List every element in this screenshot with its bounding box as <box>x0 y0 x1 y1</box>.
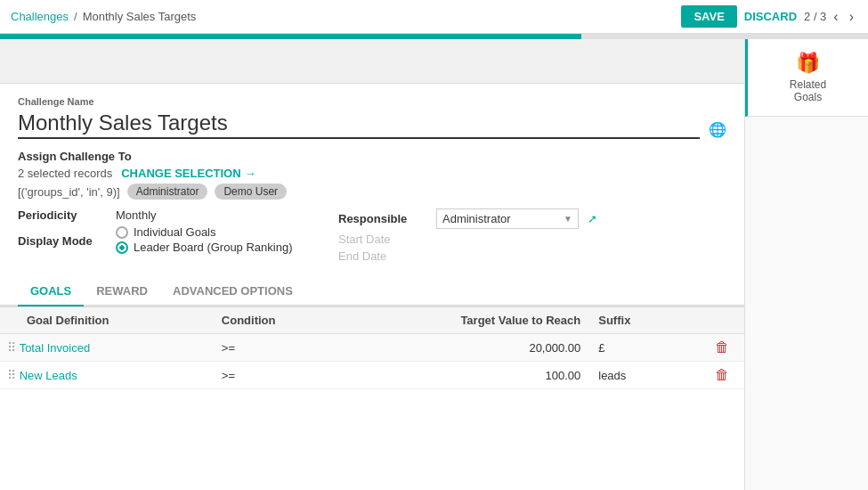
sidebar: 🎁 RelatedGoals <box>744 39 868 490</box>
next-arrow[interactable]: › <box>846 7 857 27</box>
layout: Challenge Name Monthly Sales Targets 🌐 A… <box>0 39 868 490</box>
right-fields: Responsible Administrator ▼ ➚ Start Date… <box>338 208 605 266</box>
col-header-goal-definition: Goal Definition <box>0 307 213 334</box>
responsible-label: Responsible <box>338 212 427 225</box>
goal-name-link[interactable]: New Leads <box>20 369 77 382</box>
pagination: 2 / 3 ‹ › <box>804 7 857 27</box>
prev-arrow[interactable]: ‹ <box>830 7 841 27</box>
periodicity-value: Monthly <box>116 208 157 222</box>
radio-individual[interactable]: Individual Goals <box>116 225 293 239</box>
top-bar-left: Challenges / Monthly Sales Targets <box>11 10 196 23</box>
gift-icon: 🎁 <box>796 52 820 75</box>
responsible-select[interactable]: Administrator ▼ <box>436 208 579 229</box>
condition-value: >= <box>222 369 235 382</box>
goal-drag-cell: ⠿ Total Invoiced <box>0 334 213 362</box>
goals-table: Goal Definition Condition Target Value t… <box>0 306 744 389</box>
dropdown-arrow-icon: ▼ <box>564 214 572 224</box>
delete-row-icon[interactable]: 🗑 <box>715 367 729 382</box>
save-button[interactable]: SAVE <box>681 5 736 28</box>
main-content: Challenge Name Monthly Sales Targets 🌐 A… <box>0 39 744 490</box>
responsible-row: Responsible Administrator ▼ ➚ <box>338 208 605 229</box>
form-area: Challenge Name Monthly Sales Targets 🌐 A… <box>0 84 744 266</box>
start-date-row: Start Date <box>338 233 605 246</box>
gray-band <box>0 39 744 84</box>
start-date-label[interactable]: Start Date <box>338 233 391 246</box>
challenge-name-input[interactable]: Monthly Sales Targets <box>18 109 700 139</box>
periodicity-label: Periodicity <box>18 208 107 222</box>
tab-reward[interactable]: REWARD <box>84 277 160 306</box>
condition-cell: >= <box>213 334 300 362</box>
assign-label: Assign Challenge To <box>18 150 726 163</box>
col-header-condition: Condition <box>213 307 300 334</box>
goal-drag-cell: ⠿ New Leads <box>0 362 213 389</box>
target-value: 100.00 <box>545 369 580 382</box>
radio-group: Individual Goals Leader Board (Group Ran… <box>116 225 293 256</box>
left-fields: Periodicity Monthly Display Mode Individ… <box>18 208 303 266</box>
display-mode-row: Display Mode Individual Goals Leader Boa… <box>18 225 303 256</box>
sidebar-item-related-goals[interactable]: 🎁 RelatedGoals <box>745 39 868 117</box>
suffix-value: £ <box>598 341 604 355</box>
discard-button[interactable]: DISCARD <box>744 10 797 23</box>
goals-table-wrap: Goal Definition Condition Target Value t… <box>0 306 744 389</box>
suffix-cell: leads <box>589 362 705 389</box>
breadcrumb-parent-link[interactable]: Challenges <box>11 10 69 23</box>
radio-leaderboard[interactable]: Leader Board (Group Ranking) <box>116 241 293 254</box>
breadcrumb-current: Monthly Sales Targets <box>83 10 197 23</box>
target-cell: 100.00 <box>300 362 590 389</box>
top-actions: SAVE DISCARD 2 / 3 ‹ › <box>681 5 857 28</box>
domain-filter-text: [('groups_id', 'in', 9)] <box>18 185 120 199</box>
delete-cell: 🗑 <box>706 362 744 389</box>
tag-demo-user: Demo User <box>215 184 287 200</box>
breadcrumb: Challenges / Monthly Sales Targets <box>11 10 196 23</box>
tab-advanced-options[interactable]: ADVANCED OPTIONS <box>160 277 305 306</box>
globe-icon: 🌐 <box>709 121 726 138</box>
responsible-value: Administrator <box>442 212 560 225</box>
tag-administrator: Administrator <box>127 184 208 200</box>
selected-count: 2 selected records <box>18 167 112 180</box>
suffix-cell: £ <box>589 334 705 362</box>
display-mode-label: Display Mode <box>18 234 107 248</box>
condition-cell: >= <box>213 362 300 389</box>
target-value: 20,000.00 <box>529 341 580 355</box>
selected-info: 2 selected records CHANGE SELECTION → <box>18 167 726 180</box>
end-date-label[interactable]: End Date <box>338 249 386 263</box>
drag-handle-icon[interactable]: ⠿ <box>7 368 16 382</box>
target-cell: 20,000.00 <box>300 334 590 362</box>
table-row: ⠿ Total Invoiced >= 20,000.00 £ 🗑 <box>0 334 744 362</box>
external-link-icon[interactable]: ➚ <box>588 212 597 225</box>
table-header-row: Goal Definition Condition Target Value t… <box>0 307 744 334</box>
assign-section: Assign Challenge To 2 selected records C… <box>18 150 726 200</box>
delete-row-icon[interactable]: 🗑 <box>715 339 729 355</box>
col-header-actions <box>706 307 744 334</box>
sidebar-item-label-related-goals: RelatedGoals <box>790 78 826 103</box>
challenge-name-label: Challenge Name <box>18 96 726 107</box>
breadcrumb-separator: / <box>74 10 77 23</box>
col-header-target: Target Value to Reach <box>300 307 590 334</box>
radio-leaderboard-circle <box>116 241 128 254</box>
tabs-bar: GOALS REWARD ADVANCED OPTIONS <box>0 277 744 306</box>
domain-filter: [('groups_id', 'in', 9)] Administrator D… <box>18 184 726 200</box>
drag-handle-icon[interactable]: ⠿ <box>7 340 16 355</box>
mid-fields-row: Periodicity Monthly Display Mode Individ… <box>18 208 726 266</box>
condition-value: >= <box>222 341 235 355</box>
change-selection-button[interactable]: CHANGE SELECTION → <box>121 167 256 180</box>
end-date-row: End Date <box>338 249 605 263</box>
radio-individual-circle <box>116 226 128 239</box>
table-row: ⠿ New Leads >= 100.00 leads 🗑 <box>0 362 744 389</box>
top-bar: Challenges / Monthly Sales Targets SAVE … <box>0 0 868 34</box>
periodicity-row: Periodicity Monthly <box>18 208 303 222</box>
tab-goals[interactable]: GOALS <box>18 277 84 306</box>
goal-name-link[interactable]: Total Invoiced <box>20 341 91 355</box>
pagination-text: 2 / 3 <box>804 10 826 23</box>
suffix-value: leads <box>598 369 626 382</box>
col-header-suffix: Suffix <box>589 307 705 334</box>
delete-cell: 🗑 <box>706 334 744 362</box>
